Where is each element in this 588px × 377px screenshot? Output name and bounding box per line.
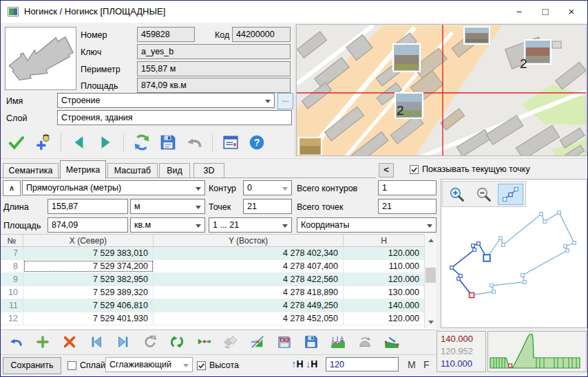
vertex-marker[interactable]	[499, 237, 503, 240]
show-current-point-checkbox[interactable]	[410, 165, 419, 174]
accept-button[interactable]	[5, 131, 28, 153]
minimize-button[interactable]: −	[506, 2, 532, 21]
vertex-marker[interactable]	[543, 220, 547, 224]
vertex-marker[interactable]	[472, 244, 475, 248]
cell-h[interactable]: 120.000	[344, 247, 424, 259]
area-field[interactable]: 874,09	[48, 217, 128, 233]
cell-y[interactable]: 4 278 407,400	[154, 260, 344, 272]
first-point-button[interactable]	[87, 332, 106, 352]
cell-n[interactable]: 7	[1, 247, 23, 259]
undo-gray-button[interactable]	[182, 131, 206, 153]
cell-y[interactable]: 4 278 449,250	[154, 299, 344, 312]
cell-y[interactable]: 4 278 402,340	[154, 247, 344, 259]
arrow-down-icon[interactable]: ↓	[306, 358, 311, 369]
layer-field[interactable]: Строения, здания	[57, 110, 292, 125]
close-button[interactable]: ×	[558, 2, 585, 21]
measure-button[interactable]	[221, 332, 240, 352]
vertex-marker[interactable]	[473, 248, 476, 252]
kod-field[interactable]: 44200000	[232, 27, 291, 42]
smoothing-combobox[interactable]: Сглаживающий	[105, 357, 193, 372]
insert-point-button[interactable]	[194, 332, 213, 352]
chevron-down-icon[interactable]	[183, 364, 189, 370]
coordinate-system-combobox[interactable]: Прямоугольная (метры)	[22, 180, 205, 195]
height-value-input[interactable]: 120	[326, 357, 399, 371]
cell-x[interactable]: 7 529 389,320	[23, 286, 154, 299]
vertex-marker[interactable]	[523, 281, 527, 284]
cell-x[interactable]: 7 529 406,810	[23, 299, 154, 312]
reverse-direction-button[interactable]	[167, 332, 187, 352]
length-field[interactable]: 155,87	[48, 199, 128, 214]
cell-x[interactable]: 7 529 382,950	[23, 273, 154, 286]
chevron-down-icon[interactable]	[427, 224, 432, 230]
cut-node-button[interactable]	[248, 332, 267, 352]
photo-thumbnail[interactable]	[525, 40, 551, 64]
save-metric-button[interactable]	[302, 332, 321, 352]
scroll-up-button[interactable]	[425, 234, 437, 246]
vertex-marker[interactable]	[558, 211, 561, 215]
vertex-marker[interactable]	[564, 245, 567, 248]
total-contours-field[interactable]: 1	[378, 180, 437, 195]
vertex-marker[interactable]	[477, 242, 481, 246]
vertex-marker[interactable]	[450, 266, 454, 270]
tab-masshtab[interactable]: Масштаб	[107, 163, 158, 178]
help-button[interactable]: ?	[245, 131, 269, 153]
spline-checkbox[interactable]	[67, 361, 76, 370]
more-button[interactable]: ...	[277, 93, 293, 109]
tab-3d[interactable]: 3D	[193, 163, 224, 178]
cell-h[interactable]: 110.000	[344, 260, 424, 272]
cell-x[interactable]: 7 529 401,930	[23, 312, 154, 325]
tab-vid[interactable]: Вид	[159, 163, 190, 178]
total-points-field[interactable]: 21	[378, 199, 437, 214]
tab-metrika[interactable]: Метрика	[60, 160, 106, 179]
vertex-marker[interactable]	[492, 290, 496, 294]
edit-points-button[interactable]	[498, 184, 523, 205]
save-button[interactable]	[156, 131, 180, 153]
cell-n[interactable]: 12	[1, 312, 23, 325]
cell-h[interactable]: 120.000	[344, 273, 424, 286]
zoom-out-button[interactable]	[471, 184, 496, 205]
cell-y[interactable]: 4 278 422,560	[154, 273, 344, 286]
arc-mode-button[interactable]	[355, 332, 375, 352]
cell-y[interactable]: 4 278 418,890	[154, 286, 344, 299]
cell-n[interactable]: 11	[1, 299, 23, 312]
vertex-marker[interactable]	[490, 284, 494, 288]
cell-h[interactable]: 120.000	[344, 312, 424, 325]
vertex-marker[interactable]	[573, 241, 576, 245]
cell-x[interactable]: 7 529 374,200	[23, 260, 154, 272]
prev-object-button[interactable]	[67, 131, 91, 153]
point-range-combobox[interactable]: 1 ... 21	[209, 217, 292, 233]
nomer-field[interactable]: 459828	[137, 27, 195, 42]
cell-h[interactable]: 130.000	[344, 286, 424, 299]
perimetr-field[interactable]: 155,87 м	[137, 61, 291, 76]
vertex-marker[interactable]	[566, 249, 569, 252]
length-unit-combobox[interactable]: м	[130, 199, 205, 214]
chevron-down-icon[interactable]	[196, 187, 201, 193]
rotate-button[interactable]	[140, 332, 160, 352]
height-checkbox[interactable]	[197, 361, 206, 370]
kontur-spinner[interactable]: 0	[243, 180, 292, 195]
name-combobox[interactable]: Строение	[57, 93, 275, 108]
next-object-button[interactable]	[94, 131, 117, 153]
undo-button[interactable]	[6, 332, 25, 352]
add-point-button[interactable]	[33, 332, 52, 352]
scroll-down-button[interactable]	[425, 316, 437, 328]
cell-n[interactable]: 10	[1, 286, 23, 299]
contour-viewer[interactable]	[441, 179, 587, 328]
current-point-marker[interactable]	[483, 255, 490, 261]
points-field[interactable]: 21	[243, 199, 292, 214]
start-point-marker[interactable]	[470, 293, 474, 298]
ploshchad-field[interactable]: 874,09 кв.м	[137, 78, 291, 93]
area-unit-combobox[interactable]: кв.м	[130, 217, 205, 233]
vertex-marker[interactable]	[521, 274, 525, 277]
chevron-down-icon[interactable]	[196, 224, 201, 230]
table-scrollbar[interactable]	[424, 234, 437, 328]
cell-x[interactable]: 7 529 383,010	[23, 247, 154, 259]
photo-thumbnail[interactable]	[393, 44, 420, 72]
meters-label[interactable]: М	[408, 359, 416, 370]
height-up-down-control[interactable]: ↑H ↓H	[291, 358, 317, 369]
maximize-button[interactable]: □	[532, 2, 558, 21]
klyuch-field[interactable]: a_yes_b	[137, 44, 291, 59]
add-object-button[interactable]	[31, 131, 54, 153]
vertex-marker[interactable]	[459, 274, 463, 278]
cell-n[interactable]: 9	[1, 273, 23, 286]
